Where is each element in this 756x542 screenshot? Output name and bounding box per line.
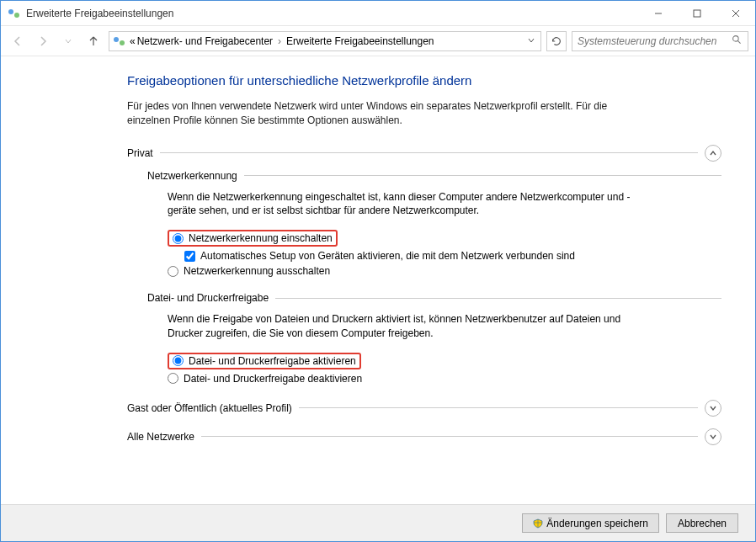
radio-fp-off-label[interactable]: Datei- und Druckerfreigabe deaktivieren xyxy=(184,373,362,385)
search-icon xyxy=(732,35,743,48)
highlight-box: Netzwerkerkennung einschalten xyxy=(168,230,338,247)
subsection-file-printer: Datei- und Druckerfreigabe Wenn die Frei… xyxy=(147,292,721,386)
breadcrumb-dropdown-icon[interactable] xyxy=(527,35,537,47)
breadcrumb-item-1[interactable]: Netzwerk- und Freigabecenter xyxy=(137,35,273,47)
svg-point-0 xyxy=(8,9,13,14)
window-title: Erweiterte Freigabeeinstellungen xyxy=(26,8,639,19)
subsection-network-discovery: Netzwerkerkennung Wenn die Netzwerkerken… xyxy=(147,170,721,279)
cancel-button-label: Abbrechen xyxy=(678,518,727,529)
radio-discovery-on-label[interactable]: Netzwerkerkennung einschalten xyxy=(189,232,333,244)
navbar: « Netzwerk- und Freigabecenter › Erweite… xyxy=(1,26,755,56)
breadcrumb-prefix: « xyxy=(130,35,136,47)
section-all-header[interactable]: Alle Netzwerke xyxy=(127,428,721,445)
file-printer-desc: Wenn die Freigabe von Dateien und Drucke… xyxy=(168,312,639,341)
save-button[interactable]: Änderungen speichern xyxy=(522,513,659,533)
radio-discovery-off-label[interactable]: Netzwerkerkennung ausschalten xyxy=(184,265,330,277)
divider xyxy=(160,152,698,153)
radio-fp-on-row: Datei- und Druckerfreigabe aktivieren xyxy=(168,351,721,371)
radio-fp-on-label[interactable]: Datei- und Druckerfreigabe aktivieren xyxy=(189,355,356,367)
section-guest: Gast oder Öffentlich (aktuelles Profil) xyxy=(127,400,721,417)
check-auto-setup-label[interactable]: Automatisches Setup von Geräten aktivier… xyxy=(200,250,575,262)
shield-icon xyxy=(533,518,543,529)
recent-dropdown[interactable] xyxy=(58,31,78,51)
subsection-title: Datei- und Druckerfreigabe xyxy=(147,292,269,304)
svg-point-8 xyxy=(733,35,739,41)
expand-icon[interactable] xyxy=(705,428,721,445)
radio-discovery-off[interactable] xyxy=(168,266,178,277)
page-title: Freigabeoptionen für unterschiedliche Ne… xyxy=(127,73,721,88)
file-printer-options: Datei- und Druckerfreigabe aktivieren Da… xyxy=(168,351,721,386)
radio-discovery-off-row: Netzwerkerkennung ausschalten xyxy=(168,263,721,279)
section-private: Privat Netzwerkerkennung Wenn die Netzwe… xyxy=(127,145,721,386)
collapse-icon[interactable] xyxy=(705,145,721,162)
divider xyxy=(299,407,698,408)
breadcrumb-item-2[interactable]: Erweiterte Freigabeeinstellungen xyxy=(286,35,434,47)
divider xyxy=(201,436,698,437)
back-button[interactable] xyxy=(8,31,28,51)
page-intro: Für jedes von Ihnen verwendete Netzwerk … xyxy=(127,99,649,128)
breadcrumb-icon xyxy=(113,35,126,48)
subsection-header: Datei- und Druckerfreigabe xyxy=(147,292,721,304)
radio-discovery-on-row: Netzwerkerkennung einschalten xyxy=(168,228,721,248)
section-guest-label: Gast oder Öffentlich (aktuelles Profil) xyxy=(127,402,292,414)
minimize-button[interactable] xyxy=(639,1,678,26)
svg-rect-3 xyxy=(694,10,700,17)
subsection-title: Netzwerkerkennung xyxy=(147,170,237,182)
radio-fp-on[interactable] xyxy=(173,355,184,366)
highlight-box: Datei- und Druckerfreigabe aktivieren xyxy=(168,353,361,369)
expand-icon[interactable] xyxy=(705,400,721,417)
section-all-label: Alle Netzwerke xyxy=(127,431,194,443)
section-guest-header[interactable]: Gast oder Öffentlich (aktuelles Profil) xyxy=(127,400,721,417)
maximize-button[interactable] xyxy=(678,1,716,26)
footer: Änderungen speichern Abbrechen xyxy=(1,504,755,541)
search-box[interactable] xyxy=(572,31,748,51)
close-button[interactable] xyxy=(716,1,755,26)
svg-point-7 xyxy=(120,40,125,45)
check-auto-setup-row: Automatisches Setup von Geräten aktivier… xyxy=(184,248,721,263)
radio-discovery-on[interactable] xyxy=(173,233,184,244)
content-area: Freigabeoptionen für unterschiedliche Ne… xyxy=(1,56,755,504)
forward-button[interactable] xyxy=(33,31,53,51)
app-icon xyxy=(8,7,21,20)
breadcrumb-separator-icon: › xyxy=(274,35,285,47)
svg-line-9 xyxy=(737,40,740,43)
up-button[interactable] xyxy=(83,31,104,51)
search-input[interactable] xyxy=(578,35,732,47)
check-auto-setup[interactable] xyxy=(184,251,195,262)
section-private-header[interactable]: Privat xyxy=(127,145,721,162)
radio-fp-off-row: Datei- und Druckerfreigabe deaktivieren xyxy=(168,371,721,386)
titlebar: Erweiterte Freigabeeinstellungen xyxy=(1,1,755,26)
network-discovery-desc: Wenn die Netzwerkerkennung eingeschaltet… xyxy=(168,190,639,219)
breadcrumb[interactable]: « Netzwerk- und Freigabecenter › Erweite… xyxy=(109,31,541,51)
radio-fp-off[interactable] xyxy=(168,373,178,384)
svg-point-1 xyxy=(14,13,19,18)
subsection-header: Netzwerkerkennung xyxy=(147,170,721,182)
save-button-label: Änderungen speichern xyxy=(546,518,648,529)
divider xyxy=(275,298,721,299)
section-private-label: Privat xyxy=(127,147,153,159)
section-all-networks: Alle Netzwerke xyxy=(127,428,721,445)
network-discovery-options: Netzwerkerkennung einschalten Automatisc… xyxy=(168,228,721,279)
cancel-button[interactable]: Abbrechen xyxy=(666,513,738,533)
svg-point-6 xyxy=(114,37,119,42)
divider xyxy=(244,175,721,176)
refresh-button[interactable] xyxy=(546,31,567,51)
window-controls xyxy=(639,1,755,26)
